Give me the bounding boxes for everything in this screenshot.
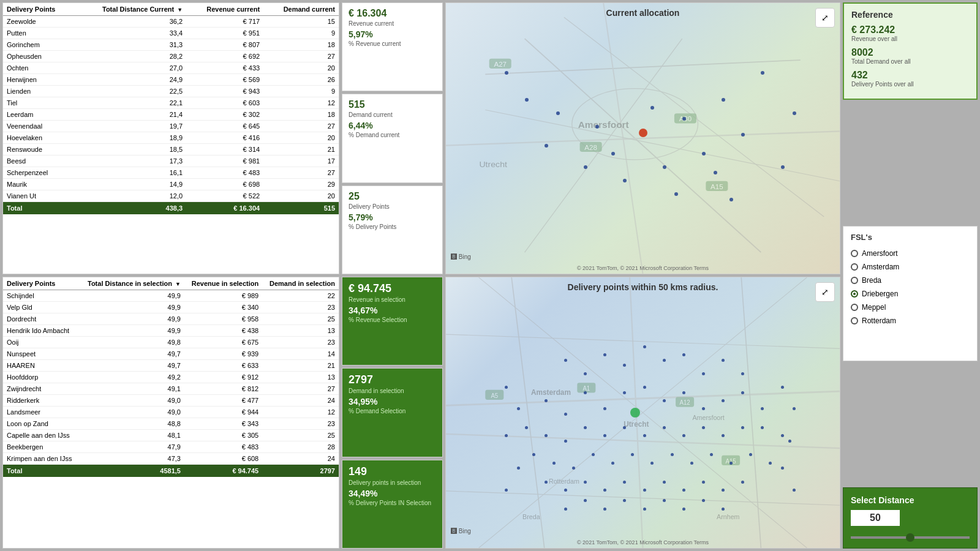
fsl-items-list: AmersfoortAmsterdamBredaDriebergenMeppel… bbox=[851, 247, 970, 328]
ref-points-value: 432 bbox=[851, 70, 969, 81]
revenue-pct: 5,97% bbox=[349, 29, 436, 39]
table-row: Putten33,4€ 9519 bbox=[3, 28, 339, 39]
rev-sel-pct-label: % Revenue Selection bbox=[349, 317, 436, 323]
map-dot bbox=[690, 462, 693, 465]
dp-value: 25 bbox=[349, 191, 436, 202]
svg-text:A5: A5 bbox=[491, 392, 498, 399]
fsl-label: Driebergen bbox=[862, 290, 898, 298]
table-row: Leerdam21,4€ 30218 bbox=[3, 109, 339, 121]
svg-line-0 bbox=[485, 60, 800, 74]
map-dot bbox=[682, 391, 685, 394]
dp-stat-card: 25 Delivery Points 5,79% % Delivery Poin… bbox=[342, 186, 443, 274]
dp-sel-card: 149 Delivery points in selection 34,49% … bbox=[342, 460, 443, 549]
fsl-label: Amersfoort bbox=[862, 249, 898, 258]
col-header-dist2: Total Distance in selection ▼ bbox=[79, 277, 184, 290]
bottom-map-expand-btn[interactable]: ⤢ bbox=[815, 282, 835, 302]
svg-text:Amersfoort: Amersfoort bbox=[692, 413, 725, 421]
table-row: Ooij49,8€ 67523 bbox=[3, 337, 339, 348]
demand-pct-label: % Demand current bbox=[349, 132, 436, 138]
table-row: Tiel22,1€ 60312 bbox=[3, 97, 339, 109]
distance-value-input[interactable] bbox=[851, 510, 900, 526]
reference-card: Reference € 273.242 Revenue over all 800… bbox=[843, 2, 978, 100]
map-dot bbox=[564, 413, 567, 416]
map-dot bbox=[584, 391, 587, 394]
fsl-radio bbox=[851, 304, 858, 311]
top-map-expand-btn[interactable]: ⤢ bbox=[815, 8, 835, 28]
reference-title: Reference bbox=[851, 10, 969, 20]
distance-slider[interactable] bbox=[851, 536, 970, 539]
dem-sel-value: 2797 bbox=[349, 373, 436, 386]
svg-text:A1: A1 bbox=[582, 385, 590, 392]
dp-sel-label: Delivery points in selection bbox=[349, 479, 436, 486]
map-dot bbox=[722, 489, 725, 492]
map-dot bbox=[584, 481, 587, 484]
bottom-table-scroll[interactable]: Delivery Points Total Distance in select… bbox=[3, 277, 339, 548]
table-row: Beekbergen47,9€ 48328 bbox=[3, 441, 339, 453]
col-header-distance: Total Distance Current ▼ bbox=[75, 3, 187, 16]
map-dot bbox=[564, 489, 567, 492]
main-container: Delivery Points Total Distance Current ▼… bbox=[0, 0, 980, 551]
revenue-pct-label: % Revenue current bbox=[349, 40, 436, 47]
map-dot bbox=[545, 481, 548, 484]
map-dot bbox=[702, 481, 705, 484]
fsl-item[interactable]: Rotterdam bbox=[851, 314, 970, 328]
fsl-radio bbox=[851, 317, 858, 324]
top-table: Delivery Points Total Distance Current ▼… bbox=[3, 3, 339, 214]
slider-container bbox=[851, 532, 970, 541]
svg-text:Amsterdam: Amsterdam bbox=[531, 388, 571, 397]
top-map-title: Current allocation bbox=[446, 8, 840, 18]
table-row: Zeewolde36,2€ 71715 bbox=[3, 16, 339, 28]
map-dot bbox=[671, 453, 674, 456]
fsl-item[interactable]: Amsterdam bbox=[851, 260, 970, 274]
svg-line-24 bbox=[446, 491, 840, 505]
svg-line-1 bbox=[525, 39, 761, 252]
fsl-label: Amsterdam bbox=[862, 263, 899, 271]
table-row: Scherpenzeel16,1€ 48327 bbox=[3, 167, 339, 179]
map-copyright-bottom: © 2021 TomTom, © 2021 Microsoft Corporat… bbox=[446, 539, 840, 545]
svg-text:A12: A12 bbox=[680, 399, 691, 406]
top-map: Current allocation A27 bbox=[445, 2, 840, 274]
map-dot bbox=[663, 426, 666, 429]
sort-arrow-2: ▼ bbox=[175, 281, 181, 287]
revenue-label: Revenue current bbox=[349, 20, 436, 27]
map-dot bbox=[643, 434, 646, 437]
fsl-item[interactable]: Breda bbox=[851, 274, 970, 287]
fsl-title: FSL's bbox=[851, 233, 970, 242]
table-row: Loon op Zand48,8€ 34323 bbox=[3, 418, 339, 430]
svg-text:Breda: Breda bbox=[522, 513, 540, 520]
top-stats-map: € 16.304 Revenue current 5,97% % Revenue… bbox=[342, 2, 840, 274]
dem-sel-pct: 34,95% bbox=[349, 397, 436, 407]
table-row: Krimpen aan den IJss47,3€ 60824 bbox=[3, 453, 339, 465]
dp-sel-pct-label: % Delivery Points IN Selection bbox=[349, 500, 436, 506]
map-dot bbox=[545, 399, 548, 402]
ref-revenue-label: Revenue over all bbox=[851, 36, 969, 42]
map-dot bbox=[702, 426, 705, 429]
map-dot bbox=[781, 386, 784, 389]
svg-text:Amersfoort: Amersfoort bbox=[578, 120, 629, 129]
map-dot bbox=[793, 489, 796, 492]
col-header-dem2: Demand in selection bbox=[262, 277, 339, 290]
rev-sel-pct: 34,67% bbox=[349, 305, 436, 315]
svg-text:Arnhem: Arnhem bbox=[717, 513, 739, 520]
svg-line-6 bbox=[485, 110, 840, 181]
bing-logo-top: 🅱 Bing bbox=[451, 253, 471, 260]
rev-sel-label: Revenue in selection bbox=[349, 296, 436, 303]
dp-pct-label: % Delivery Points bbox=[349, 223, 436, 230]
bottom-stats-map: € 94.745 Revenue in selection 34,67% % R… bbox=[342, 277, 840, 549]
bing-logo-bottom: 🅱 Bing bbox=[451, 528, 471, 534]
bottom-map-bg: A5 A1 A12 A15 Amsterdam Utrecht Amersfoo… bbox=[446, 277, 840, 548]
map-dot bbox=[741, 481, 744, 484]
expand-icon-2: ⤢ bbox=[821, 287, 829, 297]
top-table-scroll[interactable]: Delivery Points Total Distance Current ▼… bbox=[3, 3, 339, 274]
table-row: Hoofddorp49,2€ 91213 bbox=[3, 372, 339, 383]
bottom-map-title: Delivery points within 50 kms radius. bbox=[446, 282, 840, 292]
table-row: Ridderkerk49,0€ 47724 bbox=[3, 395, 339, 407]
fsl-item[interactable]: Driebergen bbox=[851, 287, 970, 301]
table-row: Hendrik Ido Ambacht49,9€ 43813 bbox=[3, 325, 339, 337]
map-dot bbox=[603, 508, 606, 511]
fsl-item[interactable]: Meppel bbox=[851, 301, 970, 314]
table-row: Schijndel49,9€ 98922 bbox=[3, 290, 339, 302]
fsl-item[interactable]: Amersfoort bbox=[851, 247, 970, 260]
table-row: Opheusden28,2€ 69227 bbox=[3, 51, 339, 62]
col-header-revenue: Revenue current bbox=[186, 3, 263, 16]
